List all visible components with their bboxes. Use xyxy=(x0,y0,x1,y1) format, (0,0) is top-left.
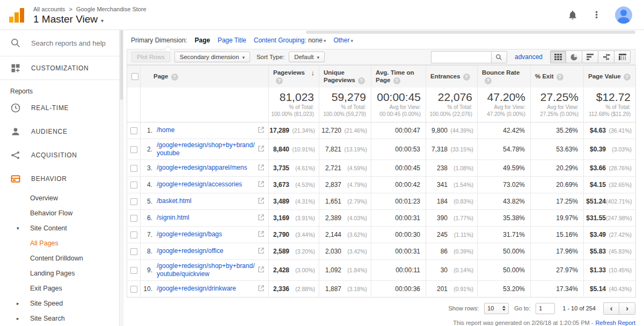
page-link[interactable]: /google+redesign/office xyxy=(157,247,223,255)
next-page-button[interactable]: › xyxy=(619,302,635,315)
column-header-unique-pageviews[interactable]: Unique Pageviews? xyxy=(319,66,371,88)
page-link[interactable]: /google+redesign/apparel/mens xyxy=(157,164,247,172)
open-in-new-icon[interactable] xyxy=(255,146,266,153)
breadcrumb-property[interactable]: Google Merchandise Store xyxy=(76,6,147,12)
sidebar-item-site-speed[interactable]: ▸ Site Speed xyxy=(0,296,119,311)
row-checkbox[interactable] xyxy=(130,248,137,255)
goto-page-input[interactable] xyxy=(536,303,555,314)
row-checkbox[interactable] xyxy=(130,127,137,134)
open-in-new-icon[interactable] xyxy=(255,198,266,205)
column-header-page[interactable]: Page? xyxy=(141,66,269,88)
page-link[interactable]: /google+redesign/accessories xyxy=(157,180,242,189)
content-grouping-value[interactable]: none xyxy=(308,37,323,44)
open-in-new-icon[interactable] xyxy=(255,285,266,293)
breadcrumb-all-accounts[interactable]: All accounts xyxy=(33,6,65,12)
google-analytics-logo[interactable] xyxy=(8,6,26,24)
help-icon[interactable]: ? xyxy=(171,74,178,81)
help-icon[interactable]: ? xyxy=(393,77,400,84)
sidebar-scrollbar[interactable] xyxy=(119,30,123,326)
sort-type-button[interactable]: Default▾ xyxy=(289,52,325,62)
table-search-button[interactable] xyxy=(491,51,507,63)
previous-page-button[interactable]: ‹ xyxy=(603,302,619,315)
row-checkbox[interactable] xyxy=(130,286,137,293)
unique-pageviews-pct: (1.84%) xyxy=(341,267,367,273)
sidebar-search[interactable] xyxy=(0,30,119,56)
row-checkbox[interactable] xyxy=(130,231,137,238)
sidebar-item-content-drilldown[interactable]: Content Drilldown xyxy=(0,251,119,266)
sidebar-item-acquisition[interactable]: ACQUISITION xyxy=(0,143,119,167)
help-icon[interactable]: ? xyxy=(557,74,564,81)
row-checkbox[interactable] xyxy=(130,182,137,189)
user-avatar[interactable] xyxy=(615,6,632,24)
sidebar-item-site-search[interactable]: ▸ Site Search xyxy=(0,311,119,326)
dimension-content-grouping[interactable]: Content Grouping: none▾ xyxy=(254,37,326,44)
page-link[interactable]: /home xyxy=(157,126,174,134)
help-icon[interactable]: ? xyxy=(624,74,631,81)
dimension-other[interactable]: Other▾ xyxy=(333,37,353,44)
page-link[interactable]: /basket.html xyxy=(157,197,192,205)
column-header-page-value[interactable]: Page Value? xyxy=(584,66,636,88)
sidebar-item-audience[interactable]: AUDIENCE xyxy=(0,120,119,143)
overflow-menu-icon[interactable]: ⋮ xyxy=(592,9,601,20)
select-all-checkbox[interactable] xyxy=(131,73,138,80)
open-in-new-icon[interactable] xyxy=(255,127,266,134)
sidebar-item-all-pages[interactable]: All Pages xyxy=(0,236,119,251)
pivot-view-button[interactable] xyxy=(614,50,631,63)
row-checkbox[interactable] xyxy=(130,267,137,274)
page-link[interactable]: /google+redesign/drinkware xyxy=(157,285,236,293)
row-checkbox[interactable] xyxy=(130,198,137,205)
comparison-view-button[interactable] xyxy=(598,50,614,63)
open-in-new-icon[interactable] xyxy=(255,248,266,255)
sidebar-item-behavior[interactable]: BEHAVIOR xyxy=(0,167,119,191)
column-header-pct-exit[interactable]: % Exit? xyxy=(531,66,584,88)
open-in-new-icon[interactable] xyxy=(255,164,266,172)
column-header-entrances[interactable]: Entrances? xyxy=(426,66,478,88)
advanced-link[interactable]: advanced xyxy=(515,53,543,61)
row-checkbox[interactable] xyxy=(130,146,137,153)
help-icon[interactable]: ? xyxy=(485,77,492,84)
page-link[interactable]: /signin.html xyxy=(157,214,189,222)
open-in-new-icon[interactable] xyxy=(255,231,266,238)
sidebar-item-customization[interactable]: CUSTOMIZATION xyxy=(0,56,119,80)
row-checkbox[interactable] xyxy=(130,215,137,222)
sidebar-item-landing-pages[interactable]: Landing Pages xyxy=(0,266,119,281)
table-view-button[interactable] xyxy=(550,50,566,63)
sort-descending-icon[interactable]: ↓ xyxy=(311,69,315,77)
customization-grid-icon xyxy=(10,63,21,74)
help-icon[interactable]: ? xyxy=(358,77,365,84)
page-link[interactable]: /google+redesign/shop+by+brand/youtube xyxy=(157,141,255,157)
sidebar-item-site-content[interactable]: ▾ Site Content xyxy=(0,221,119,236)
open-in-new-icon[interactable] xyxy=(255,214,266,222)
secondary-dimension-button[interactable]: Secondary dimension▾ xyxy=(174,52,250,62)
page-link[interactable]: /google+redesign/bags xyxy=(157,230,222,238)
sidebar-item-behavior-flow[interactable]: Behavior Flow xyxy=(0,206,119,221)
horizontal-scrollbar-thumb[interactable] xyxy=(306,31,635,34)
page-link[interactable]: /google+redesign/shop+by+brand/youtube/q… xyxy=(157,262,255,278)
column-header-avg-time[interactable]: Avg. Time on Page? xyxy=(371,66,426,88)
open-in-new-icon[interactable] xyxy=(255,266,266,274)
help-icon[interactable]: ? xyxy=(463,74,470,81)
table-search-input[interactable] xyxy=(431,51,491,63)
other-link[interactable]: Other xyxy=(333,37,349,44)
dimension-page-title[interactable]: Page Title xyxy=(217,37,246,44)
content-grouping-link[interactable]: Content Grouping: xyxy=(254,37,306,44)
performance-view-button[interactable] xyxy=(582,50,598,63)
column-header-bounce-rate[interactable]: Bounce Rate? xyxy=(478,66,531,88)
plot-rows-button[interactable]: Plot Rows xyxy=(131,52,170,62)
dimension-page[interactable]: Page xyxy=(195,37,210,44)
notifications-bell-icon[interactable] xyxy=(567,10,578,20)
page-value-pct: (3.03%) xyxy=(606,146,632,153)
sidebar-item-overview[interactable]: Overview xyxy=(0,191,119,206)
sidebar-item-exit-pages[interactable]: Exit Pages xyxy=(0,281,119,296)
help-icon[interactable]: ? xyxy=(276,77,283,84)
refresh-report-link[interactable]: Refresh Report xyxy=(595,320,635,326)
row-checkbox[interactable] xyxy=(130,165,137,172)
percentage-view-button[interactable] xyxy=(566,50,582,63)
sidebar-search-input[interactable] xyxy=(31,39,112,47)
show-rows-select[interactable]: 10 xyxy=(484,303,509,314)
column-header-pageviews[interactable]: ↓Pageviews? xyxy=(269,66,319,88)
sidebar-item-realtime[interactable]: REAL-TIME xyxy=(0,96,119,120)
scrollbar-thumb[interactable] xyxy=(120,30,123,100)
open-in-new-icon[interactable] xyxy=(255,181,266,189)
view-selector[interactable]: 1 Master View▾ xyxy=(33,13,147,25)
